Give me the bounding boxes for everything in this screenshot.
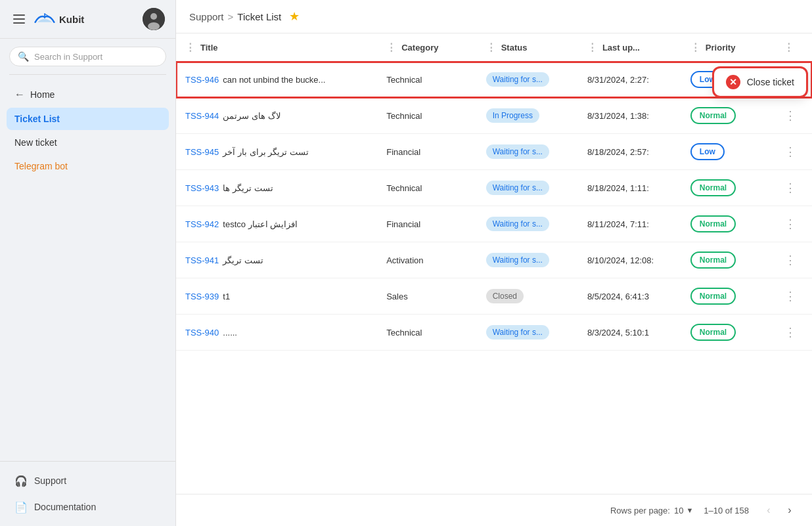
sidebar-item-telegram-bot[interactable]: Telegram bot [7, 155, 169, 177]
col-dots-status[interactable]: ⋮ [486, 41, 496, 53]
table-row[interactable]: TSS-944 لاگ های سرتمن Technical In Progr… [176, 98, 812, 134]
sidebar-item-support[interactable]: 🎧 Support [7, 468, 169, 493]
ticket-more-cell: ⋮ [769, 278, 812, 315]
sidebar-navigation: ← Home Ticket List New ticket Telegram b… [0, 80, 175, 180]
col-header-last-updated: ⋮ Last up... [578, 33, 681, 62]
ticket-id[interactable]: TSS-939 [185, 292, 219, 301]
ticket-id[interactable]: TSS-944 [185, 111, 219, 121]
ticket-status-cell: Waiting for s... [477, 62, 578, 98]
ticket-last-updated: 8/3/2024, 5:10:1 [578, 315, 681, 351]
ticket-status-cell: Waiting for s... [477, 315, 578, 351]
search-placeholder: Search in Support [34, 52, 102, 62]
svg-point-2 [148, 22, 160, 30]
table-row[interactable]: TSS-939 t1 Sales Closed 8/5/2024, 6:41:3… [176, 278, 812, 315]
ticket-last-updated: 8/11/2024, 7:11: [578, 206, 681, 242]
row-more-button[interactable]: ⋮ [778, 141, 803, 162]
ticket-last-updated: 8/10/2024, 12:08: [578, 242, 681, 278]
rows-per-page-section: Rows per page: 10 ▼ [610, 506, 693, 515]
ticket-status-cell: Waiting for s... [477, 170, 578, 206]
favorite-star-icon[interactable]: ★ [289, 9, 300, 24]
home-arrow-icon: ← [14, 89, 25, 100]
ticket-table-body: TSS-946 can not unbind the bucke... Tech… [176, 62, 812, 351]
sidebar-item-home[interactable]: ← Home [7, 83, 169, 106]
ticket-category: Sales [377, 278, 476, 315]
row-more-button[interactable]: ⋮ [778, 105, 803, 126]
status-badge: Closed [486, 289, 524, 303]
col-header-more: ⋮ [769, 33, 812, 62]
breadcrumb: Support > Ticket List ★ [189, 9, 300, 24]
status-badge: In Progress [486, 108, 539, 123]
ticket-last-updated: 8/18/2024, 2:57: [578, 134, 681, 170]
table-row[interactable]: TSS-943 تست تریگر ها Technical Waiting f… [176, 170, 812, 206]
ticket-priority-cell: Normal [681, 98, 769, 134]
ticket-id[interactable]: TSS-940 [185, 328, 219, 338]
priority-badge: Normal [690, 324, 736, 341]
breadcrumb-parent[interactable]: Support [189, 11, 224, 22]
ticket-id[interactable]: TSS-942 [185, 219, 219, 229]
ticket-id[interactable]: TSS-945 [185, 147, 219, 157]
close-ticket-icon: ✕ [726, 75, 740, 89]
col-dots-more[interactable]: ⋮ [784, 41, 794, 53]
ticket-id[interactable]: TSS-943 [185, 183, 219, 193]
col-dots-last-updated[interactable]: ⋮ [587, 41, 597, 53]
close-ticket-label[interactable]: Close ticket [747, 77, 794, 87]
priority-badge: Low [690, 143, 725, 160]
ticket-more-cell: ⋮ [769, 242, 812, 278]
ticket-id-title-cell: TSS-945 تست تریگر برای بار آخر [176, 134, 377, 170]
sidebar-divider [9, 74, 166, 75]
row-more-button[interactable]: ⋮ [778, 322, 803, 343]
col-dots-priority[interactable]: ⋮ [690, 41, 700, 53]
ticket-category: Technical [377, 315, 476, 351]
ticket-more-cell: ⋮ [769, 98, 812, 134]
ticket-id-title-cell: TSS-946 can not unbind the bucke... [176, 62, 377, 98]
ticket-id[interactable]: TSS-941 [185, 255, 219, 265]
ticket-last-updated: 8/31/2024, 2:27: [578, 62, 681, 98]
sidebar-item-ticket-list[interactable]: Ticket List [7, 108, 169, 130]
table-row[interactable]: TSS-945 تست تریگر برای بار آخر Financial… [176, 134, 812, 170]
sidebar-support-label: Support [34, 475, 66, 486]
col-dots-category[interactable]: ⋮ [386, 41, 396, 53]
ticket-priority-cell: Normal [681, 206, 769, 242]
ticket-title: لاگ های سرتمن [223, 111, 280, 121]
sidebar-item-documentation[interactable]: 📄 Documentation [7, 494, 169, 519]
status-badge: Waiting for s... [486, 253, 549, 267]
row-more-button[interactable]: ⋮ [778, 177, 803, 198]
ticket-title: t1 [223, 292, 230, 301]
ticket-title: تست تریگر ها [223, 183, 273, 193]
priority-badge: Normal [690, 288, 736, 305]
documentation-icon: 📄 [14, 500, 28, 514]
ticket-title: ...... [223, 328, 237, 338]
pagination-nav: ‹ › [759, 501, 799, 519]
sidebar-bottom: 🎧 Support 📄 Documentation [0, 461, 175, 526]
status-badge: Waiting for s... [486, 144, 549, 159]
hamburger-menu-button[interactable] [11, 12, 28, 26]
table-footer: Rows per page: 10 ▼ 1–10 of 158 ‹ › [176, 494, 812, 526]
table-row[interactable]: TSS-940 ...... Technical Waiting for s..… [176, 315, 812, 351]
prev-page-button[interactable]: ‹ [759, 501, 778, 519]
table-row[interactable]: TSS-942 testco افزایش اعتبار Financial W… [176, 206, 812, 242]
ticket-title: can not unbind the bucke... [223, 75, 325, 85]
priority-badge: Normal [690, 215, 736, 232]
ticket-last-updated: 8/18/2024, 1:11: [578, 170, 681, 206]
rows-per-page-value: 10 [674, 506, 683, 515]
table-row[interactable]: TSS-941 تست تریگر Activation Waiting for… [176, 242, 812, 278]
ticket-category: Technical [377, 98, 476, 134]
logo-area: Kubit [34, 12, 84, 26]
next-page-button[interactable]: › [780, 501, 799, 519]
col-header-title: ⋮ Title [176, 33, 377, 62]
ticket-status-cell: Waiting for s... [477, 206, 578, 242]
rows-per-page-chevron: ▼ [686, 506, 693, 514]
search-icon: 🔍 [18, 51, 29, 62]
ticket-id[interactable]: TSS-946 [185, 75, 219, 85]
user-avatar[interactable] [143, 8, 165, 30]
ticket-last-updated: 8/31/2024, 1:38: [578, 98, 681, 134]
status-badge: Waiting for s... [486, 181, 549, 195]
row-more-button[interactable]: ⋮ [778, 250, 803, 271]
row-more-button[interactable]: ⋮ [778, 286, 803, 307]
row-more-button[interactable]: ⋮ [778, 213, 803, 234]
search-bar[interactable]: 🔍 Search in Support [9, 47, 166, 66]
col-dots-title[interactable]: ⋮ [185, 41, 195, 53]
sidebar-item-new-ticket[interactable]: New ticket [7, 131, 169, 154]
ticket-more-cell: ⋮ [769, 134, 812, 170]
rows-per-page-select[interactable]: 10 ▼ [674, 506, 693, 515]
